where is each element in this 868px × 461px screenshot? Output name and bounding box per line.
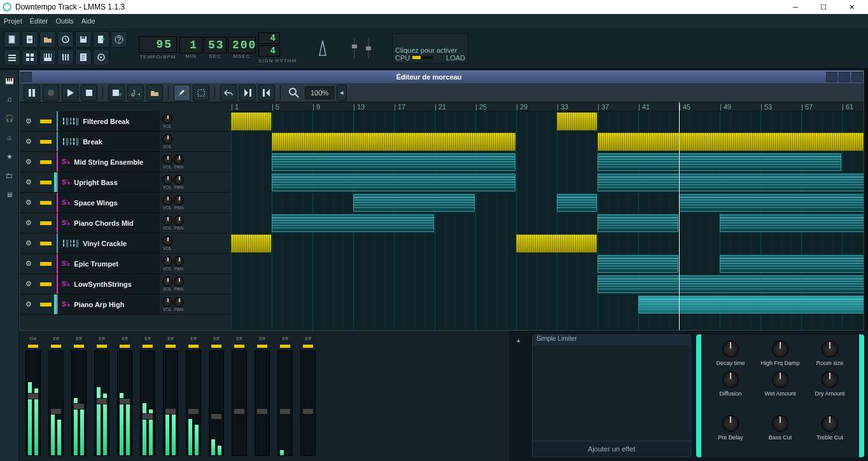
track-mute-button[interactable] (40, 181, 52, 184)
zoom-dropdown-button[interactable]: ◂ (337, 85, 347, 101)
controller-rack-button[interactable] (93, 49, 109, 65)
track-mute-button[interactable] (40, 242, 52, 245)
channel-fader[interactable] (209, 350, 224, 456)
reverb-knob[interactable] (822, 371, 838, 388)
track-settings-button[interactable]: ⚙ (20, 239, 38, 247)
track-name-cell[interactable]: SͬₜEpic Trumpet (57, 254, 160, 273)
track-name-cell[interactable]: ╏║╎╏║Vinyl Crackle (57, 233, 160, 253)
track-name-cell[interactable]: ╏║╎╏║Filtered Break (57, 111, 160, 131)
track-lane[interactable] (231, 213, 864, 233)
track-mute-button[interactable] (40, 201, 52, 205)
pan-knob[interactable] (174, 175, 184, 185)
whatsthis-button[interactable]: ? (111, 31, 127, 48)
timeline-area[interactable]: | 1| 5| 9| 13| 17| 21| 25| 29| 33| 37| 4… (231, 102, 864, 330)
midi-clip[interactable] (272, 174, 515, 191)
track-mute-button[interactable] (40, 262, 52, 266)
zoom-level[interactable]: 100% (305, 86, 334, 99)
midi-clip[interactable] (272, 153, 515, 171)
mixer-channel[interactable]: Eff (205, 336, 228, 456)
volume-knob[interactable] (162, 277, 172, 287)
midi-clip[interactable] (353, 194, 475, 212)
midi-clip[interactable] (598, 214, 678, 232)
master-pitch-slider[interactable] (363, 36, 374, 61)
song-editor-button[interactable] (4, 49, 20, 65)
midi-clip[interactable] (598, 153, 841, 171)
channel-mute-button[interactable] (280, 345, 290, 348)
audio-clip[interactable] (272, 133, 515, 151)
pan-knob[interactable] (174, 297, 184, 307)
sidebar-home-icon[interactable]: ⌂ (3, 131, 16, 144)
track-settings-button[interactable]: ⚙ (20, 158, 38, 166)
volume-knob[interactable] (162, 216, 172, 226)
track-lane[interactable] (231, 111, 864, 132)
channel-mute-button[interactable] (211, 345, 221, 348)
song-editor-menu-icon[interactable] (20, 72, 32, 82)
pause-button[interactable] (24, 85, 40, 101)
reverb-knob[interactable] (772, 341, 788, 357)
play-button[interactable] (62, 85, 78, 101)
open-project-button[interactable] (39, 31, 56, 48)
record-button[interactable] (43, 85, 59, 101)
pan-knob[interactable] (174, 216, 184, 226)
channel-mute-button[interactable] (28, 345, 38, 348)
channel-mute-button[interactable] (51, 345, 61, 348)
mixer-channel[interactable]: Eff (182, 336, 205, 456)
recent-projects-button[interactable] (57, 31, 74, 48)
sidebar-favorites-icon[interactable]: ★ (3, 150, 16, 163)
piano-roll-button[interactable] (39, 49, 56, 65)
track-mute-button[interactable] (40, 140, 52, 144)
channel-fader[interactable] (277, 350, 293, 456)
track-name-cell[interactable]: ╏║╎╏║Break (57, 132, 160, 151)
mixer-channel[interactable]: Eff (67, 336, 90, 456)
track-lane[interactable] (231, 233, 864, 254)
track-mute-button[interactable] (40, 221, 52, 225)
undo-button[interactable] (220, 85, 237, 101)
volume-knob[interactable] (162, 114, 172, 124)
timesig-display[interactable]: 4 4 SIGN RYTHM (258, 32, 297, 64)
reverb-knob[interactable] (722, 341, 739, 357)
track-lane[interactable] (231, 132, 864, 152)
stop-button[interactable] (81, 85, 97, 101)
reverb-knob[interactable] (722, 415, 739, 432)
channel-fader[interactable] (117, 350, 132, 456)
skip-start-button[interactable] (258, 85, 275, 101)
add-effect-button[interactable]: Ajouter un effet (533, 441, 690, 457)
midi-clip[interactable] (598, 174, 864, 191)
track-settings-button[interactable]: ⚙ (20, 300, 38, 308)
mixer-channel[interactable]: Eff (228, 336, 251, 456)
mixer-channel[interactable]: Eff (274, 336, 297, 456)
reverb-knob[interactable] (772, 415, 788, 432)
pan-knob[interactable] (174, 256, 184, 266)
volume-knob[interactable] (162, 195, 172, 205)
audio-clip[interactable] (231, 235, 271, 252)
sidebar-computer-icon[interactable]: 🖥 (3, 188, 16, 201)
track-name-cell[interactable]: SͬₜPiano Arp High (57, 294, 160, 314)
fx-mixer-button[interactable] (57, 49, 74, 65)
track-lane[interactable] (231, 172, 864, 193)
metronome-icon[interactable] (314, 40, 331, 57)
mixer-channel[interactable]: Eff (136, 336, 159, 456)
track-name-cell[interactable]: SͬₜUpright Bass (57, 172, 160, 192)
track-mute-button[interactable] (40, 303, 52, 306)
new-from-template-button[interactable]: + (22, 31, 38, 48)
midi-clip[interactable] (720, 255, 864, 273)
sidebar-samples-icon[interactable]: ♫ (3, 93, 16, 106)
midi-clip[interactable] (272, 214, 434, 232)
midi-clip[interactable] (638, 296, 864, 313)
menu-aide[interactable]: Aide (81, 17, 95, 25)
channel-fader[interactable] (48, 350, 64, 456)
track-settings-button[interactable]: ⚙ (20, 117, 38, 125)
reverb-knob[interactable] (722, 371, 739, 388)
track-settings-button[interactable]: ⚙ (20, 198, 38, 207)
menu-outils[interactable]: Outils (56, 17, 74, 25)
audio-clip[interactable] (516, 235, 597, 252)
song-editor-close-button[interactable] (851, 72, 863, 82)
channel-mute-button[interactable] (143, 345, 153, 348)
track-settings-button[interactable]: ⚙ (20, 219, 38, 227)
channel-mute-button[interactable] (165, 345, 176, 348)
midi-clip[interactable] (598, 255, 678, 273)
track-name-cell[interactable]: SͬₜPiano Chords Mid (57, 213, 160, 233)
sidebar-instruments-icon[interactable]: 🎹 (3, 74, 16, 86)
close-button[interactable]: ✕ (837, 0, 865, 14)
reverb-knob[interactable] (772, 371, 788, 388)
